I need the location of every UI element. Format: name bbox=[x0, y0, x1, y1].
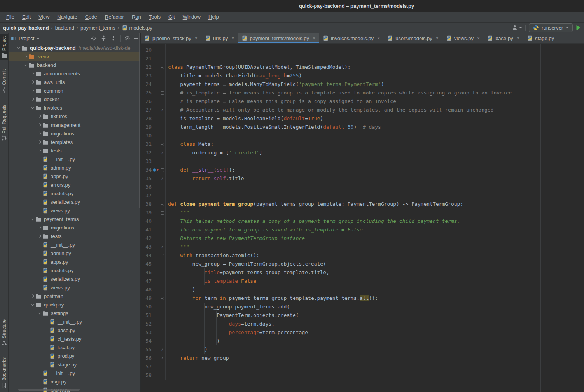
tree-item-tests[interactable]: tests bbox=[9, 146, 140, 155]
code-line-54[interactable]: 54 ) bbox=[141, 337, 584, 345]
tree-item-models.py[interactable]: models.py bbox=[9, 189, 140, 198]
code-line-49[interactable]: 49 for term in payment_terms_group_templ… bbox=[141, 294, 584, 303]
tree-item-payment_terms[interactable]: payment_terms bbox=[9, 215, 140, 223]
code-line-41[interactable]: 41 The new payment term group is saved w… bbox=[141, 226, 584, 234]
tree-item-prod.py[interactable]: prod.py bbox=[9, 352, 140, 360]
code-line-51[interactable]: 51 PaymentTerm.objects.create( bbox=[141, 311, 584, 320]
tree-horizontal-scrollbar[interactable] bbox=[18, 388, 80, 391]
code-line-57[interactable]: 57 bbox=[141, 362, 584, 371]
toolwindow-button-bookmarks[interactable]: Bookmarks bbox=[1, 355, 8, 390]
chevron-right-icon[interactable] bbox=[37, 112, 42, 121]
fold-marker-icon[interactable]: ∧ bbox=[159, 106, 166, 114]
code-line-31[interactable]: 31 class Meta: bbox=[141, 140, 584, 149]
code-line-27[interactable]: 27∧ # Accountants will only be able to m… bbox=[141, 106, 584, 114]
tree-item-quick-pay-backend[interactable]: quick-pay-backend/media/dev/ssd-disk-de bbox=[9, 44, 140, 52]
close-tab-icon[interactable]: ✕ bbox=[516, 36, 520, 41]
code-line-36[interactable]: 36 bbox=[141, 183, 584, 191]
chevron-right-icon[interactable] bbox=[37, 138, 42, 146]
breadcrumb-item[interactable]: quick-pay-backend bbox=[3, 25, 49, 31]
menu-run[interactable]: Run bbox=[128, 12, 145, 21]
code-editor[interactable]: 19 percentage = models.DecimalField(max_… bbox=[141, 44, 584, 392]
chevron-down-icon[interactable] bbox=[30, 215, 35, 223]
code-line-23[interactable]: 23 title = models.CharField(max_length=2… bbox=[141, 72, 584, 80]
chevron-right-icon[interactable] bbox=[30, 69, 35, 78]
code-line-30[interactable]: 30 bbox=[141, 131, 584, 140]
menu-git[interactable]: Git bbox=[164, 12, 179, 21]
close-tab-icon[interactable]: ✕ bbox=[477, 36, 480, 41]
tree-item-templates[interactable]: templates bbox=[9, 138, 140, 146]
code-line-42[interactable]: 42 Returns the new PaymentTermGroup inst… bbox=[141, 234, 584, 243]
tree-item-serializers.py[interactable]: serializers.py bbox=[9, 198, 140, 206]
chevron-right-icon[interactable] bbox=[30, 292, 35, 300]
chevron-right-icon[interactable] bbox=[30, 86, 35, 95]
code-line-37[interactable]: 37 bbox=[141, 191, 584, 200]
code-line-48[interactable]: 48 ) bbox=[141, 285, 584, 294]
chevron-right-icon[interactable] bbox=[30, 95, 35, 103]
menu-code[interactable]: Code bbox=[81, 12, 101, 21]
chevron-down-icon[interactable] bbox=[30, 300, 35, 309]
editor-tab-urls.py[interactable]: urls.py✕ bbox=[201, 33, 238, 43]
tree-item-quickpay[interactable]: quickpay bbox=[9, 300, 140, 309]
close-tab-icon[interactable]: ✕ bbox=[312, 36, 316, 41]
code-line-20[interactable]: 20 bbox=[141, 46, 584, 54]
tree-item-postman[interactable]: postman bbox=[9, 292, 140, 300]
tree-item-management[interactable]: management bbox=[9, 121, 140, 129]
menu-file[interactable]: File bbox=[2, 12, 18, 21]
breadcrumb-item[interactable]: payment_terms bbox=[80, 25, 115, 31]
fold-marker-icon[interactable]: ∧ bbox=[159, 354, 166, 362]
code-line-21[interactable]: 21 bbox=[141, 54, 584, 63]
fold-marker-icon[interactable] bbox=[159, 63, 166, 72]
code-line-43[interactable]: 43∧ """ bbox=[141, 243, 584, 251]
breadcrumb-item[interactable]: backend bbox=[55, 25, 74, 31]
fold-marker-icon[interactable]: ∧ bbox=[159, 174, 166, 183]
tree-item-admin.py[interactable]: admin.py bbox=[9, 163, 140, 172]
user-icon[interactable] bbox=[512, 24, 522, 31]
code-line-24[interactable]: 24 payment_terms = models.ManyToManyFiel… bbox=[141, 80, 584, 89]
tree-item-__init__.py[interactable]: __init__.py bbox=[9, 240, 140, 249]
tree-item-apps.py[interactable]: apps.py bbox=[9, 172, 140, 180]
chevron-right-icon[interactable] bbox=[37, 129, 42, 138]
tree-item-local.py[interactable]: local.py bbox=[9, 343, 140, 352]
tree-item-ci_tests.py[interactable]: ci_tests.py bbox=[9, 334, 140, 343]
code-line-26[interactable]: 26 # is_template = False means this grou… bbox=[141, 97, 584, 106]
tree-item-backend[interactable]: backend bbox=[9, 61, 140, 69]
fold-marker-icon[interactable] bbox=[159, 208, 166, 217]
tree-item-apps.py[interactable]: apps.py bbox=[9, 257, 140, 266]
chevron-down-icon[interactable] bbox=[30, 103, 35, 112]
code-line-52[interactable]: 52 days=term.days, bbox=[141, 320, 584, 328]
expand-all-icon[interactable] bbox=[101, 35, 107, 41]
tree-item-migrations[interactable]: migrations bbox=[9, 129, 140, 138]
code-line-22[interactable]: 22class PaymentTermGroup(UUIDAbstractMod… bbox=[141, 63, 584, 72]
code-line-39[interactable]: 39 """ bbox=[141, 208, 584, 217]
tree-item-stage.py[interactable]: stage.py bbox=[9, 360, 140, 369]
tree-item-announcements[interactable]: announcements bbox=[9, 69, 140, 78]
tree-item-views.py[interactable]: views.py bbox=[9, 206, 140, 215]
run-button[interactable] bbox=[576, 25, 581, 31]
tree-item-views.py[interactable]: views.py bbox=[9, 283, 140, 292]
tree-item-common[interactable]: common bbox=[9, 86, 140, 95]
editor-tab-pipeline_stack.py[interactable]: pipeline_stack.py✕ bbox=[141, 33, 201, 43]
code-line-45[interactable]: 45 new_group = PaymentTermGroup.objects.… bbox=[141, 260, 584, 268]
tree-item-__init__.py[interactable]: __init__.py bbox=[9, 369, 140, 377]
tree-item-tests[interactable]: tests bbox=[9, 232, 140, 240]
overriding-method-icon[interactable]: ↑ bbox=[152, 166, 159, 174]
fold-marker-icon[interactable] bbox=[159, 140, 166, 149]
chevron-right-icon[interactable] bbox=[30, 78, 35, 86]
menu-view[interactable]: View bbox=[35, 12, 53, 21]
toolwindow-button-commit[interactable]: Commit bbox=[1, 67, 8, 95]
tree-vertical-scrollbar[interactable] bbox=[139, 33, 140, 208]
panel-title-caret-icon[interactable] bbox=[37, 38, 40, 39]
fold-marker-icon[interactable] bbox=[159, 89, 166, 97]
code-line-56[interactable]: 56∧ return new_group bbox=[141, 354, 584, 362]
code-line-50[interactable]: 50 new_group.payment_terms.add( bbox=[141, 303, 584, 311]
hide-panel-icon[interactable] bbox=[134, 38, 138, 39]
menu-help[interactable]: Help bbox=[205, 12, 223, 21]
code-line-38[interactable]: 38def clone_payment_term_group(payment_t… bbox=[141, 200, 584, 208]
fold-marker-icon[interactable] bbox=[159, 200, 166, 208]
code-line-47[interactable]: 47 is_template=False bbox=[141, 277, 584, 285]
code-line-29[interactable]: 29 term_length = models.PositiveSmallInt… bbox=[141, 123, 584, 131]
code-line-33[interactable]: 33 bbox=[141, 157, 584, 166]
editor-tab-views.py[interactable]: views.py✕ bbox=[442, 33, 484, 43]
editor-tab-invoices-models.py[interactable]: invoices/models.py✕ bbox=[319, 33, 384, 43]
chevron-down-icon[interactable] bbox=[37, 309, 42, 317]
